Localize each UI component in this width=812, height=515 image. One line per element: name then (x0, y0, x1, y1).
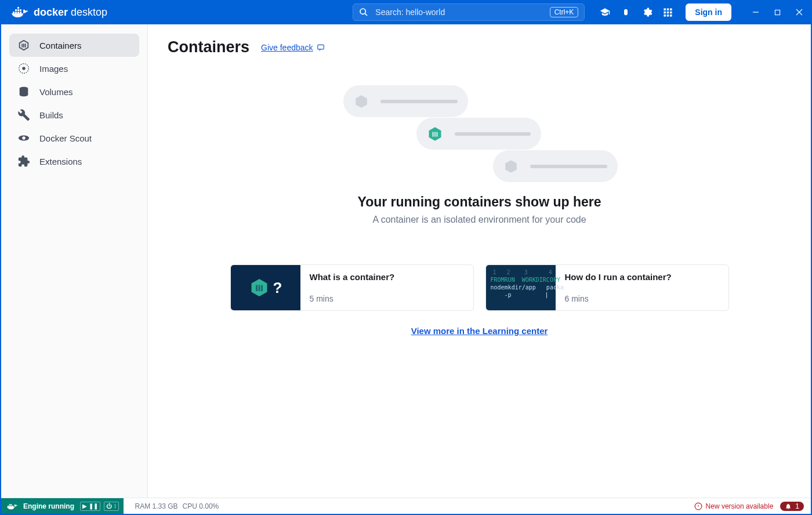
update-available[interactable]: New version available (694, 502, 774, 510)
extensions-icon (17, 155, 30, 168)
svg-rect-6 (670, 11, 672, 13)
svg-rect-2 (667, 8, 669, 10)
sidebar: Containers Images Volumes Builds Docker … (1, 24, 148, 498)
minimize-icon[interactable] (752, 9, 759, 16)
card-title: How do I run a container? (565, 272, 672, 282)
brand: docker desktop (12, 6, 107, 19)
search-icon (359, 8, 368, 17)
empty-state: Your running containers show up here A c… (168, 85, 791, 225)
container-icon (17, 39, 30, 52)
images-icon (17, 62, 30, 75)
signin-button[interactable]: Sign in (686, 3, 731, 21)
play-pause-button[interactable]: ▶ ❚❚ (80, 502, 100, 511)
svg-rect-5 (667, 11, 669, 13)
main: Containers Give feedback Your running co… (148, 24, 811, 498)
card-illustration: ? (231, 265, 300, 310)
scout-icon (17, 132, 30, 144)
search-input[interactable] (374, 7, 543, 17)
gear-icon[interactable] (641, 7, 652, 18)
learn-icon[interactable] (600, 7, 610, 17)
svg-rect-4 (664, 11, 666, 13)
whale-icon (12, 6, 28, 18)
apps-icon[interactable] (663, 8, 673, 17)
sidebar-item-label: Volumes (39, 87, 73, 97)
close-icon[interactable] (796, 9, 803, 16)
brand-bold: docker (34, 6, 68, 18)
sidebar-item-docker-scout[interactable]: Docker Scout (9, 126, 139, 150)
hero-subtitle: A container is an isolated environment f… (372, 215, 586, 225)
card-title: What is a container? (310, 272, 395, 282)
card-time: 6 mins (565, 294, 672, 303)
card-what-is-container[interactable]: ? What is a container? 5 mins (230, 264, 474, 311)
sidebar-item-label: Builds (39, 110, 63, 120)
titlebar: docker desktop Ctrl+K Sign in (1, 0, 811, 24)
search-kbd: Ctrl+K (550, 7, 579, 17)
power-button[interactable]: ⏻ ⋮ (104, 502, 119, 511)
sidebar-item-containers[interactable]: Containers (9, 34, 139, 57)
sidebar-item-label: Containers (39, 41, 82, 50)
card-time: 5 mins (310, 294, 395, 303)
bug-icon[interactable] (621, 7, 631, 17)
builds-icon (17, 108, 30, 121)
svg-rect-7 (664, 14, 666, 17)
brand-rest: desktop (71, 6, 107, 18)
sidebar-item-builds[interactable]: Builds (9, 103, 139, 126)
whale-icon (7, 502, 17, 510)
hero-title: Your running containers show up here (358, 194, 601, 210)
sidebar-item-images[interactable]: Images (9, 57, 139, 80)
give-feedback-link[interactable]: Give feedback (261, 43, 325, 52)
maximize-icon[interactable] (774, 9, 781, 16)
volumes-icon (17, 85, 30, 98)
sidebar-item-volumes[interactable]: Volumes (9, 80, 139, 103)
svg-point-14 (22, 136, 26, 140)
feedback-icon (317, 43, 325, 52)
svg-rect-15 (317, 45, 324, 49)
notification-badge[interactable]: 1 (780, 502, 804, 511)
pills-illustration (343, 85, 616, 184)
footer: Engine running ▶ ❚❚ ⏻ ⋮ RAM 1.33 GB CPU … (1, 498, 811, 514)
card-code-illustration: 1FROM node 2RUN mkdir -p 3WORKDIR /app 4… (486, 265, 556, 310)
sidebar-item-extensions[interactable]: Extensions (9, 150, 139, 173)
svg-point-12 (22, 67, 26, 70)
info-icon (694, 502, 702, 510)
svg-rect-10 (775, 10, 780, 14)
search-field[interactable]: Ctrl+K (353, 3, 585, 21)
sidebar-item-label: Images (39, 64, 68, 74)
ram-stat: RAM 1.33 GB (135, 502, 178, 510)
svg-rect-3 (670, 8, 672, 10)
bell-icon (785, 503, 792, 510)
sidebar-item-label: Docker Scout (39, 133, 92, 143)
page-title: Containers (168, 38, 249, 56)
svg-rect-9 (670, 14, 672, 17)
card-how-run-container[interactable]: 1FROM node 2RUN mkdir -p 3WORKDIR /app 4… (485, 264, 729, 311)
engine-controls: ▶ ❚❚ ⏻ ⋮ (80, 498, 124, 514)
cpu-stat: CPU 0.00% (183, 502, 219, 510)
engine-status[interactable]: Engine running (1, 498, 80, 514)
svg-point-0 (360, 9, 365, 14)
sidebar-item-label: Extensions (39, 157, 82, 166)
learning-center-link[interactable]: View more in the Learning center (411, 326, 548, 336)
svg-rect-1 (664, 8, 666, 10)
svg-rect-8 (667, 14, 669, 17)
